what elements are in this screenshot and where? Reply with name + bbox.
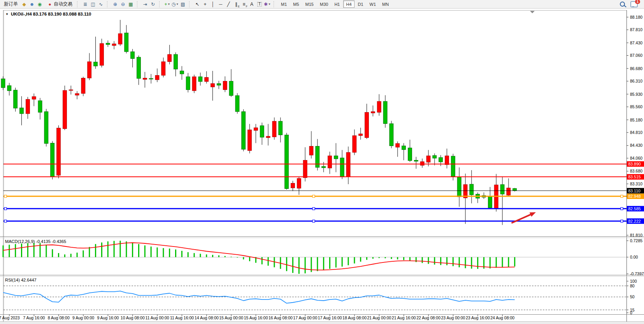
zoom-in-icon: ⊕ xyxy=(113,2,117,7)
tile-windows-icon: ▦ xyxy=(128,2,133,7)
line-handle[interactable] xyxy=(621,220,623,222)
date-tick-label: 21 Aug 00:00 xyxy=(367,315,391,320)
tile-windows-icon[interactable]: ▦ xyxy=(127,1,135,8)
text-icon: A xyxy=(250,2,253,7)
timeframe-M30[interactable]: M30 xyxy=(317,0,331,8)
fibonacci-icon[interactable]: ≡F xyxy=(240,1,248,8)
candle-body xyxy=(242,112,246,150)
text-icon[interactable]: A xyxy=(248,1,256,8)
candle-body xyxy=(457,177,461,197)
cursor-icon[interactable]: ↖ xyxy=(193,1,201,8)
new-order-button[interactable]: 新订单 xyxy=(2,0,20,8)
candle-body xyxy=(112,44,116,46)
line-handle[interactable] xyxy=(621,195,623,197)
new-order-icon[interactable]: ◆ xyxy=(20,1,28,8)
trendline-icon[interactable]: ╱ xyxy=(225,1,232,8)
line-handle[interactable] xyxy=(4,195,7,197)
toolbar-separator xyxy=(107,1,110,7)
periods-icon[interactable]: ◷▼ xyxy=(171,1,179,8)
date-tick-label: 9 Aug 00:00 xyxy=(72,315,94,320)
line-handle[interactable] xyxy=(312,220,315,222)
horizontal-line-icon[interactable]: ─ xyxy=(217,1,225,8)
date-tick-label: 21 Aug 16:00 xyxy=(392,315,416,320)
client-terminal-icon[interactable]: ☻ xyxy=(28,1,36,8)
search-icon[interactable] xyxy=(620,2,625,7)
add-indicator-icon[interactable]: +▼ xyxy=(163,1,171,8)
collapse-chart-icon: ▼ xyxy=(5,12,9,16)
candle-body xyxy=(451,156,455,176)
candle-body xyxy=(26,99,30,114)
candle-body xyxy=(174,55,178,69)
text-label-icon[interactable]: T xyxy=(256,1,263,8)
candle-body xyxy=(137,57,140,79)
autotrading-icon[interactable]: ● xyxy=(46,1,54,8)
autotrading-button[interactable]: ●自动交易 xyxy=(44,0,75,8)
chat-icon[interactable]: 1 xyxy=(630,1,638,7)
timeframe-M5[interactable]: M5 xyxy=(290,0,302,8)
candle-body xyxy=(439,157,443,162)
equidistant-channel-icon[interactable]: ∥E xyxy=(232,1,240,8)
timeframe-H1[interactable]: H1 xyxy=(332,0,342,8)
text-label-icon: T xyxy=(257,2,262,7)
zoom-in-icon[interactable]: ⊕ xyxy=(111,1,119,8)
timeframe-MN[interactable]: MN xyxy=(379,0,391,8)
chart-shift-icon[interactable]: ⇥ xyxy=(141,1,149,8)
zoom-out-icon: ⊖ xyxy=(121,2,125,7)
crosshair-icon[interactable]: + xyxy=(201,1,209,8)
line-handle[interactable] xyxy=(4,208,7,210)
price-tick-label: 84.430 xyxy=(630,143,642,148)
zoom-out-icon[interactable]: ⊖ xyxy=(119,1,127,8)
candle-body xyxy=(88,62,91,78)
signals-icon: ◉ xyxy=(38,2,42,7)
candle-body xyxy=(180,71,184,74)
arrows-icon-caret[interactable]: ▼ xyxy=(268,3,271,5)
signals-icon[interactable]: ◉ xyxy=(36,1,44,8)
price-badge-label: 82.948 xyxy=(628,194,641,199)
price-badge-label: 83.890 xyxy=(628,162,641,166)
candlestick-chart-icon[interactable]: ◫ xyxy=(89,1,97,8)
timeframe-D1[interactable]: D1 xyxy=(355,0,366,8)
candle-body xyxy=(500,185,504,194)
line-chart-icon[interactable]: ∿ xyxy=(97,1,105,8)
date-tick-label: 15 Aug 00:00 xyxy=(219,315,243,320)
candle-body xyxy=(507,188,511,195)
templates-icon[interactable]: ▨ xyxy=(179,1,187,8)
price-tick-label: 87.060 xyxy=(630,53,642,58)
candle-body xyxy=(155,75,159,79)
autotrading-label: 自动交易 xyxy=(54,1,72,7)
vertical-line-icon[interactable]: │ xyxy=(209,1,217,8)
arrows-icon[interactable]: ✱▼ xyxy=(263,1,271,8)
candle-body xyxy=(309,146,313,155)
timeframe-M15[interactable]: M15 xyxy=(303,0,316,8)
price-tick-label: 88.180 xyxy=(630,15,642,19)
chart-canvas[interactable]: 88.18087.81087.43087.06086.68086.31085.9… xyxy=(0,9,644,324)
candle-body xyxy=(420,162,424,166)
candle-body xyxy=(346,152,350,177)
price-tick-label: 81.810 xyxy=(630,233,642,238)
auto-scroll-icon[interactable]: ↻ xyxy=(149,1,157,8)
candle-body xyxy=(106,43,110,45)
candle-body xyxy=(266,136,270,138)
line-handle[interactable] xyxy=(312,195,315,197)
timeframe-W1[interactable]: W1 xyxy=(367,0,379,8)
price-tick-label: 85.560 xyxy=(630,104,642,109)
add-indicator-icon: + xyxy=(165,2,167,7)
date-tick-label: 18 Aug 08:00 xyxy=(342,315,367,320)
auto-scroll-icon: ↻ xyxy=(151,2,155,7)
periods-icon-caret[interactable]: ▼ xyxy=(176,3,179,5)
timeframe-H4[interactable]: H4 xyxy=(343,0,354,8)
horizontal-line-icon: ─ xyxy=(219,2,223,7)
bar-chart-icon[interactable]: ≣ xyxy=(81,1,89,8)
templates-icon: ▨ xyxy=(181,2,185,7)
candle-body xyxy=(69,90,73,90)
line-handle[interactable] xyxy=(312,208,315,210)
candle-body xyxy=(279,121,283,135)
line-handle[interactable] xyxy=(621,208,623,210)
chart-shift-icon: ⇥ xyxy=(143,2,147,7)
timeframe-M1[interactable]: M1 xyxy=(278,0,290,8)
bar-chart-icon: ≣ xyxy=(83,2,87,7)
fibonacci-icon-sub: F xyxy=(246,5,247,8)
line-handle[interactable] xyxy=(4,220,7,222)
add-indicator-icon-caret[interactable]: ▼ xyxy=(168,3,170,5)
candle-body xyxy=(353,136,356,152)
